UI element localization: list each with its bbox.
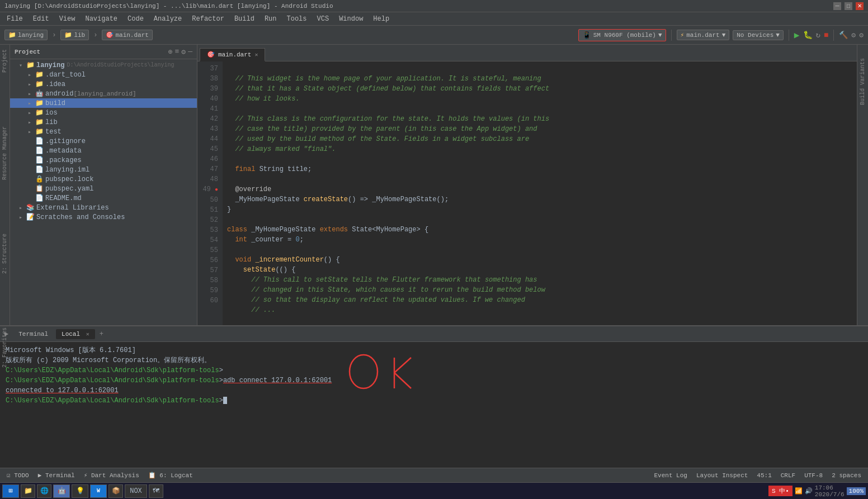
project-panel: Project ⊕ ≡ ⚙ — ▾ 📁 lanying D:\AndroidSt… — [10, 45, 197, 325]
run-button[interactable]: ▶ — [794, 30, 800, 41]
panel-action-minimize[interactable]: — — [188, 47, 192, 56]
left-panel-tabs: Project Resource Manager 2: Structure 2:… — [0, 45, 10, 325]
taskbar-android-studio[interactable]: 🤖 — [53, 484, 70, 498]
menu-help[interactable]: Help — [369, 14, 394, 24]
project-label[interactable]: 📁 lanying — [4, 30, 48, 40]
menu-refactor[interactable]: Refactor — [187, 14, 229, 24]
tree-item-pubspec-yaml[interactable]: ▸ 📋 pubspec.yaml — [10, 184, 197, 193]
tree-item-external-libs[interactable]: ▸ 📚 External Libraries — [10, 203, 197, 212]
encoding-item[interactable]: UTF-8 — [802, 472, 825, 479]
tree-item-metadata[interactable]: ▸ 📄 .metadata — [10, 146, 197, 155]
terminal-tab-close[interactable]: ✕ — [86, 331, 89, 338]
tree-item-build[interactable]: ▸ 📁 build — [10, 98, 197, 108]
taskbar-intellij[interactable]: 💡 — [72, 484, 88, 498]
indent-item[interactable]: 2 spaces — [829, 472, 864, 479]
tree-item-android[interactable]: ▸ 🤖 android [lanying_android] — [10, 89, 197, 98]
build-button[interactable]: 🔨 — [839, 31, 848, 40]
no-devices-dropdown-icon: ▼ — [776, 32, 780, 39]
tree-item-pubspec-lock[interactable]: ▸ 🔒 pubspec.lock — [10, 174, 197, 184]
profile-button[interactable]: ↻ — [816, 30, 820, 40]
panel-actions[interactable]: ⊕ ≡ ⚙ — — [168, 47, 192, 56]
maximize-button[interactable]: □ — [845, 2, 852, 10]
sep1 — [671, 30, 672, 41]
layout-inspect-item[interactable]: Layout Inspect — [694, 472, 750, 479]
app-title: lanying [D:\AndroidStudioProjects\lanyin… — [4, 3, 333, 9]
code-content[interactable]: // This widget is the home page of your … — [223, 61, 857, 325]
tree-item-lanying[interactable]: ▾ 📁 lanying D:\AndroidStudioProjects\lan… — [10, 60, 197, 70]
settings-button[interactable]: ⚙ — [859, 31, 864, 40]
menu-run[interactable]: Run — [260, 14, 281, 24]
editor-tabs: 🎯 main.dart ✕ — [197, 45, 857, 61]
terminal-line-4: C:\Users\EDZ\AppData\Local\Android\Sdk\p… — [6, 365, 862, 376]
ime-indicator[interactable]: S 中• — [768, 486, 792, 496]
panel-action-settings[interactable]: ⊕ — [168, 47, 173, 56]
tree-arrow-test: ▸ — [28, 129, 35, 135]
taskbar-explorer[interactable]: 📁 — [21, 484, 35, 498]
menu-code[interactable]: Code — [123, 14, 148, 24]
menu-tools[interactable]: Tools — [282, 14, 312, 24]
taskbar-chrome[interactable]: 🌐 — [37, 484, 51, 498]
lib-label[interactable]: 📁 lib — [60, 30, 89, 40]
start-button[interactable]: ⊞ — [2, 484, 19, 498]
terminal-tab-local[interactable]: Local ✕ — [56, 329, 95, 339]
close-button[interactable]: ✕ — [856, 2, 864, 10]
tree-item-gitignore[interactable]: ▸ 📄 .gitignore — [10, 136, 197, 146]
tree-item-test[interactable]: ▸ 📁 test — [10, 127, 197, 136]
structure-tab[interactable]: 2: Structure — [1, 231, 9, 276]
tab-close-main-dart[interactable]: ✕ — [254, 51, 258, 58]
tree-item-ios[interactable]: ▸ 📁 ios — [10, 108, 197, 117]
position-item[interactable]: 45:1 — [754, 472, 773, 479]
taskbar-something[interactable]: 📦 — [108, 484, 123, 498]
minimize-button[interactable]: ─ — [833, 2, 841, 10]
terminal-add-tab[interactable]: + — [100, 330, 103, 338]
editor-tab-main-dart[interactable]: 🎯 main.dart ✕ — [200, 48, 265, 61]
tree-arrow-idea: ▸ — [28, 81, 35, 88]
event-log-item[interactable]: Event Log — [652, 472, 690, 479]
project-tab[interactable]: Project — [1, 47, 9, 75]
build-variants-tab[interactable]: Build Variants — [858, 56, 867, 107]
panel-action-gear[interactable]: ⚙ — [181, 47, 186, 56]
resource-manager-tab[interactable]: Resource Manager — [1, 124, 9, 182]
title-bar-controls[interactable]: ─ □ ✕ — [833, 2, 864, 10]
menu-window[interactable]: Window — [334, 14, 367, 24]
run-config-selector[interactable]: ⚡ main.dart ▼ — [677, 30, 730, 40]
stop-button[interactable]: ■ — [824, 31, 828, 40]
debug-button[interactable]: 🐛 — [803, 30, 813, 40]
no-devices-selector[interactable]: No Devices ▼ — [733, 30, 784, 40]
panel-action-sort[interactable]: ≡ — [175, 47, 180, 56]
line-endings-item[interactable]: CRLF — [779, 472, 798, 479]
taskbar-volume-icon: 🔊 — [805, 487, 813, 495]
tree-item-idea[interactable]: ▸ 📁 .idea — [10, 79, 197, 89]
terminal-line-2: 版权所有 (c) 2009 Microsoft Corporation。保留所有… — [6, 355, 862, 365]
menu-vcs[interactable]: VCS — [313, 14, 334, 24]
terminal-status-item[interactable]: ▶ Terminal — [36, 472, 77, 479]
taskbar-maps[interactable]: 🗺 — [149, 484, 163, 498]
tree-item-iml[interactable]: ▸ 📄 lanying.iml — [10, 165, 197, 174]
tree-item-dart-tool[interactable]: ▸ 📁 .dart_tool — [10, 70, 197, 79]
menu-view[interactable]: View — [55, 14, 80, 24]
taskbar-wps[interactable]: W — [90, 484, 107, 498]
tree-item-scratches[interactable]: ▸ 📝 Scratches and Consoles — [10, 212, 197, 222]
terminal-line-8: C:\Users\EDZ\AppData\Local\Android\Sdk\p… — [6, 396, 862, 406]
dart-analysis-item[interactable]: ⚡ Dart Analysis — [82, 472, 141, 479]
file-label[interactable]: 🎯 main.dart — [102, 30, 152, 40]
tree-label-lanying-path: D:\AndroidStudioProjects\lanying — [67, 62, 174, 68]
menu-build[interactable]: Build — [230, 14, 259, 24]
sync-button[interactable]: ⚙ — [851, 31, 856, 40]
tree-item-lib[interactable]: ▸ 📁 lib — [10, 117, 197, 127]
menu-navigate[interactable]: Navigate — [81, 14, 122, 24]
taskbar-nox[interactable]: NOX — [125, 484, 147, 498]
terminal-cursor — [223, 397, 227, 404]
device-selector[interactable]: 📱 SM N960F (mobile) ▼ — [578, 29, 666, 41]
menu-file[interactable]: File — [2, 14, 27, 24]
tree-arrow-ios: ▸ — [28, 110, 35, 116]
favorites-tab[interactable]: 2: Favorites — [1, 325, 9, 370]
todo-item[interactable]: ☑ TODO — [4, 472, 31, 479]
menu-analyze[interactable]: Analyze — [149, 14, 186, 24]
code-editor[interactable]: 37 38 39 40 41 42 43 44 45 46 47 48 49 ●… — [197, 61, 857, 325]
logcat-item[interactable]: 📋 6: Logcat — [146, 472, 195, 479]
tree-item-readme[interactable]: ▸ 📄 README.md — [10, 193, 197, 203]
tree-item-packages[interactable]: ▸ 📄 .packages — [10, 155, 197, 165]
menu-edit[interactable]: Edit — [29, 14, 54, 24]
iml-icon: 📄 — [35, 165, 44, 174]
